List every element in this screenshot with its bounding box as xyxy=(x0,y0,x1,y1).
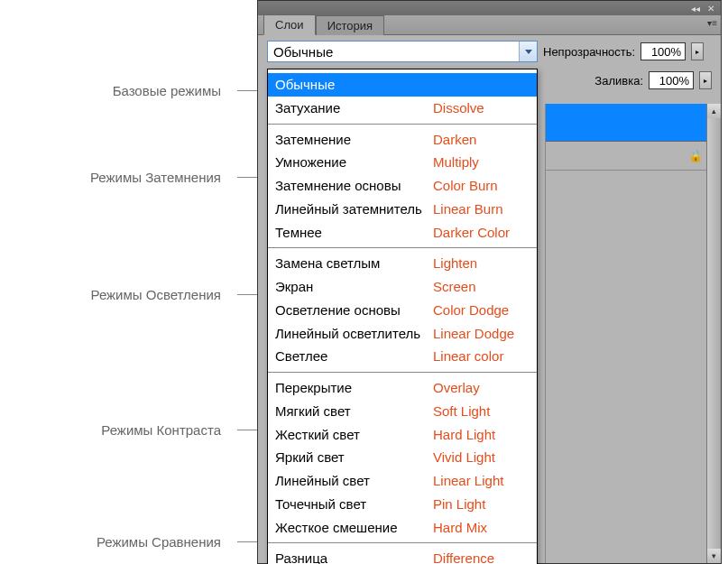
annotation-basic: Базовые режимы xyxy=(113,83,237,98)
scrollbar[interactable]: ▴ ▾ xyxy=(706,104,721,563)
blend-mode-label-ru: Разница xyxy=(275,549,433,564)
blend-mode-option[interactable]: ТемнееDarker Color xyxy=(268,221,537,245)
opacity-input[interactable]: 100% xyxy=(640,42,686,60)
blend-mode-label-ru: Светлее xyxy=(275,347,433,366)
blend-mode-group: ОбычныеЗатуханиеDissolve xyxy=(268,69,537,125)
tab-history[interactable]: История xyxy=(316,15,384,35)
blend-mode-option[interactable]: ЗатуханиеDissolve xyxy=(268,97,537,120)
blend-mode-label-en: Multiply xyxy=(433,153,479,172)
blend-mode-label-ru: Экран xyxy=(275,277,433,297)
blend-mode-label-ru: Мягкий свет xyxy=(275,402,433,421)
opacity-label: Непрозрачность: xyxy=(543,45,635,59)
blend-mode-label-ru: Линейный осветлитель xyxy=(275,324,433,344)
annotation-lighten: Режимы Осветления xyxy=(91,287,237,302)
blend-mode-option[interactable]: Жесткий светHard Light xyxy=(268,423,537,447)
blend-mode-option[interactable]: ЗатемнениеDarken xyxy=(268,128,537,152)
panel-tabs: Слои История ▾≡ xyxy=(258,15,721,35)
blend-mode-label-ru: Темнее xyxy=(275,223,433,243)
blend-mode-group: РазницаDifferenceИсключениеExclusion xyxy=(268,543,537,564)
blend-mode-select[interactable]: Обычные xyxy=(267,41,538,62)
blend-mode-option[interactable]: Линейный осветлительLinear Dodge xyxy=(268,322,537,346)
blend-mode-group: Замена светлымLightenЭкранScreenОсветлен… xyxy=(268,248,537,373)
blend-mode-label-en: Hard Light xyxy=(433,425,495,445)
blend-mode-label-ru: Обычные xyxy=(275,75,433,95)
blend-mode-option[interactable]: ПерекрытиеOverlay xyxy=(268,376,537,400)
controls-row-1: Обычные Непрозрачность: 100% ▸ xyxy=(258,35,721,68)
blend-mode-label-en: Soft Light xyxy=(433,402,490,421)
scroll-down-icon[interactable]: ▾ xyxy=(707,549,721,563)
fill-input[interactable]: 100% xyxy=(649,71,694,89)
blend-mode-label-en: Difference xyxy=(433,549,494,564)
blend-mode-option[interactable]: Мягкий светSoft Light xyxy=(268,400,537,423)
blend-mode-label-ru: Точечный свет xyxy=(275,495,433,514)
blend-mode-label-en: Screen xyxy=(433,277,476,297)
blend-mode-label-en: Darken xyxy=(433,130,476,150)
panel-menu-icon[interactable]: ▾≡ xyxy=(707,18,717,28)
blend-mode-option[interactable]: Линейный затемнительLinear Burn xyxy=(268,198,537,221)
layer-row-selected[interactable] xyxy=(546,104,721,142)
blend-mode-option[interactable]: УмножениеMultiply xyxy=(268,151,537,174)
blend-mode-label-en: Linear color xyxy=(433,347,503,366)
blend-mode-label-en: Overlay xyxy=(433,378,480,398)
panel-body: Обычные Непрозрачность: 100% ▸ Заливка: … xyxy=(258,35,721,563)
blend-mode-label-en: Vivid Light xyxy=(433,448,495,467)
blend-mode-label-en: Dissolve xyxy=(433,98,484,118)
blend-mode-group: ЗатемнениеDarkenУмножениеMultiplyЗатемне… xyxy=(268,125,537,249)
scroll-up-icon[interactable]: ▴ xyxy=(707,104,721,118)
blend-mode-option[interactable]: Точечный светPin Light xyxy=(268,493,537,516)
blend-mode-label-ru: Затемнение xyxy=(275,130,433,150)
collapse-icon[interactable]: ◂◂ xyxy=(688,4,703,14)
blend-mode-option[interactable]: Замена светлымLighten xyxy=(268,252,537,275)
blend-mode-label-en: Linear Light xyxy=(433,471,503,491)
blend-mode-label-ru: Затемнение основы xyxy=(275,176,433,196)
blend-mode-label-ru: Линейный свет xyxy=(275,471,433,491)
blend-mode-dropdown: ОбычныеЗатуханиеDissolveЗатемнениеDarken… xyxy=(267,69,538,564)
blend-mode-label-ru: Яркий свет xyxy=(275,448,433,467)
tab-layers[interactable]: Слои xyxy=(263,14,316,35)
layer-row[interactable]: 🔒 xyxy=(546,142,721,171)
blend-mode-group: ПерекрытиеOverlayМягкий светSoft LightЖе… xyxy=(268,373,537,543)
lock-icon: 🔒 xyxy=(688,149,703,162)
blend-mode-option[interactable]: ЭкранScreen xyxy=(268,275,537,299)
blend-mode-option[interactable]: Обычные xyxy=(268,73,537,97)
blend-mode-label-en: Linear Burn xyxy=(433,199,503,219)
blend-mode-label-ru: Жесткий свет xyxy=(275,425,433,445)
blend-mode-option[interactable]: СветлееLinear color xyxy=(268,345,537,368)
chevron-down-icon xyxy=(525,50,532,54)
blend-mode-label-ru: Осветление основы xyxy=(275,300,433,320)
blend-mode-value: Обычные xyxy=(273,44,333,60)
blend-mode-label-ru: Умножение xyxy=(275,153,433,172)
dropdown-button[interactable] xyxy=(519,42,537,61)
blend-mode-option[interactable]: Жесткое смешениеHard Mix xyxy=(268,516,537,540)
blend-mode-option[interactable]: Линейный светLinear Light xyxy=(268,469,537,493)
opacity-stepper[interactable]: ▸ xyxy=(691,42,704,60)
blend-mode-label-en: Pin Light xyxy=(433,495,485,514)
blend-mode-label-en: Color Burn xyxy=(433,176,498,196)
blend-mode-label-ru: Перекрытие xyxy=(275,378,433,398)
blend-mode-label-en: Linear Dodge xyxy=(433,324,514,344)
blend-mode-label-ru: Жесткое смешение xyxy=(275,518,433,538)
blend-mode-option[interactable]: РазницаDifference xyxy=(268,547,537,564)
blend-mode-label-en: Color Dodge xyxy=(433,300,509,320)
annotation-contrast: Режимы Контраста xyxy=(101,422,237,438)
blend-mode-label-en: Darker Color xyxy=(433,223,510,243)
annotation-compare: Режимы Сравнения xyxy=(97,534,237,550)
blend-mode-option[interactable]: Яркий светVivid Light xyxy=(268,446,537,469)
close-icon[interactable]: ✕ xyxy=(705,4,717,14)
blend-mode-label-ru: Линейный затемнитель xyxy=(275,199,433,219)
blend-mode-label-ru: Затухание xyxy=(275,98,433,118)
panel-topbar: ◂◂ ✕ xyxy=(258,1,721,15)
layers-list: 🔒 ▴ ▾ xyxy=(545,104,721,563)
blend-mode-label-ru: Замена светлым xyxy=(275,254,433,273)
fill-stepper[interactable]: ▸ xyxy=(699,71,712,89)
blend-mode-label-en: Hard Mix xyxy=(433,518,487,538)
blend-mode-option[interactable]: Осветление основыColor Dodge xyxy=(268,299,537,322)
annotation-darken: Режимы Затемнения xyxy=(90,170,237,185)
fill-label: Заливка: xyxy=(594,74,643,88)
layers-panel: ◂◂ ✕ Слои История ▾≡ Обычные Непрозрачно… xyxy=(257,0,722,564)
annotation-panel: Базовые режимы Режимы Затемнения Режимы … xyxy=(0,0,257,564)
blend-mode-label-en: Lighten xyxy=(433,254,477,273)
blend-mode-option[interactable]: Затемнение основыColor Burn xyxy=(268,174,537,198)
